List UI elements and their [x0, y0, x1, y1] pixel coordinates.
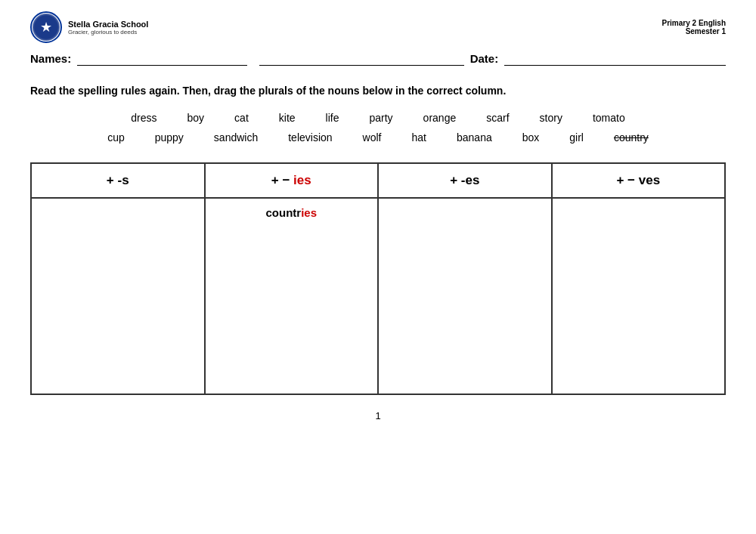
name-field-2[interactable] — [259, 51, 463, 66]
semester-label: Semester 1 — [662, 27, 726, 35]
word-sandwich[interactable]: sandwich — [214, 131, 258, 144]
word-story[interactable]: story — [540, 112, 562, 124]
word-box[interactable]: box — [522, 131, 540, 144]
school-logo: ★ — [30, 11, 62, 43]
cell-ies[interactable]: countries — [205, 198, 379, 394]
school-name: Stella Gracia School — [68, 20, 148, 29]
logo-inner: ★ — [33, 14, 60, 41]
name-field-1[interactable] — [77, 51, 247, 66]
word-party[interactable]: party — [369, 112, 392, 124]
word-tomato[interactable]: tomato — [593, 112, 625, 124]
cell-ves[interactable] — [552, 198, 726, 394]
school-info: Stella Gracia School Gracier, glorious t… — [68, 20, 148, 35]
word-countries: countries — [265, 206, 317, 219]
cell-es[interactable] — [378, 198, 552, 394]
word-hat[interactable]: hat — [412, 131, 426, 144]
word-country[interactable]: country — [614, 131, 649, 144]
grade-label: Primary 2 English — [662, 19, 726, 27]
col-header-ies: + − ies — [205, 163, 379, 198]
word-rows: dress boy cat kite life party orange sca… — [30, 112, 726, 144]
word-life[interactable]: life — [326, 112, 339, 124]
page-number-value: 1 — [375, 410, 380, 421]
word-television[interactable]: television — [288, 131, 332, 144]
word-cat[interactable]: cat — [234, 112, 249, 124]
table-body-row: countries — [31, 198, 725, 394]
word-row-2: cup puppy sandwich television wolf hat b… — [30, 131, 726, 144]
names-label: Names: — [30, 52, 71, 65]
plural-table: + -s + − ies + -es + − ves — [30, 162, 726, 395]
date-label: Date: — [470, 52, 499, 65]
word-banana[interactable]: banana — [457, 131, 492, 144]
word-cup[interactable]: cup — [107, 131, 125, 144]
countries-normal-part: countr — [265, 206, 301, 219]
cell-ies-content: countries — [212, 206, 372, 219]
cell-s[interactable] — [31, 198, 205, 394]
word-puppy[interactable]: puppy — [155, 131, 184, 144]
word-girl[interactable]: girl — [569, 131, 584, 144]
col-header-es: + -es — [378, 163, 552, 198]
grade-info: Primary 2 English Semester 1 — [662, 19, 726, 35]
logo-area: ★ Stella Gracia School Gracier, glorious… — [30, 11, 148, 43]
date-field[interactable] — [504, 51, 726, 66]
col-header-ves: + − ves — [552, 163, 726, 198]
word-wolf[interactable]: wolf — [363, 131, 382, 144]
word-row-1: dress boy cat kite life party orange sca… — [30, 112, 726, 124]
col-header-s: + -s — [31, 163, 205, 198]
names-date-row: Names: Date: — [30, 51, 726, 66]
table-header-row: + -s + − ies + -es + − ves — [31, 163, 725, 198]
page: ★ Stella Gracia School Gracier, glorious… — [0, 0, 756, 534]
word-scarf[interactable]: scarf — [486, 112, 509, 124]
instructions: Read the spelling rules again. Then, dra… — [30, 85, 726, 97]
word-kite[interactable]: kite — [279, 112, 296, 124]
word-boy[interactable]: boy — [187, 112, 205, 124]
star-icon: ★ — [40, 19, 52, 35]
header: ★ Stella Gracia School Gracier, glorious… — [30, 11, 726, 43]
word-dress[interactable]: dress — [131, 112, 156, 124]
page-number: 1 — [30, 410, 726, 421]
school-motto: Gracier, glorious to deeds — [68, 29, 148, 35]
word-orange[interactable]: orange — [423, 112, 457, 124]
countries-red-part: ies — [301, 206, 317, 219]
